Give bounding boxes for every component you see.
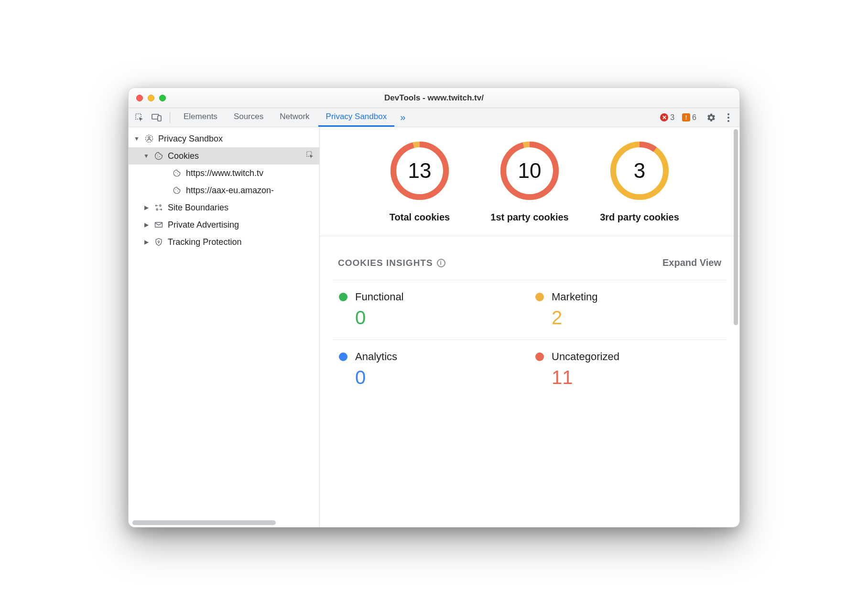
window-controls: [136, 95, 166, 101]
tree-item-cookie-origin[interactable]: https://aax-eu.amazon-: [129, 182, 319, 199]
svg-point-19: [158, 241, 159, 242]
devtools-window: DevTools - www.twitch.tv/ Elements Sourc…: [128, 88, 740, 527]
insight-cell-marketing[interactable]: Marketing 2: [530, 280, 726, 340]
svg-point-17: [156, 209, 158, 210]
device-toolbar-icon[interactable]: [150, 110, 164, 125]
horizontal-scrollbar[interactable]: [132, 520, 276, 525]
category-label: Marketing: [552, 291, 598, 303]
mail-icon: [153, 220, 164, 230]
tree-root-privacy-sandbox[interactable]: ▼ Privacy Sandbox: [129, 130, 319, 147]
ring-third-party: 3 3rd party cookies: [599, 140, 680, 224]
chevron-right-icon: ▶: [143, 204, 150, 211]
warning-count: 6: [692, 113, 696, 122]
ring-label: 1st party cookies: [489, 210, 570, 224]
more-tabs-button[interactable]: »: [395, 112, 410, 123]
error-count-badge[interactable]: ✕ 3: [660, 113, 674, 122]
chevron-right-icon: ▶: [143, 221, 150, 228]
tab-elements[interactable]: Elements: [176, 108, 225, 127]
panel-tabs: Elements Sources Network Privacy Sandbox…: [176, 108, 410, 127]
insight-cell-functional[interactable]: Functional 0: [333, 280, 530, 340]
inspect-icon[interactable]: [306, 151, 315, 162]
privacy-sandbox-icon: [144, 133, 154, 144]
tab-sources[interactable]: Sources: [226, 108, 271, 127]
insights-title: COOKIES INSIGHTS i: [338, 258, 445, 268]
tree-item-label: Tracking Protection: [168, 237, 319, 247]
svg-point-12: [175, 172, 176, 173]
info-icon[interactable]: i: [437, 259, 445, 267]
svg-point-9: [159, 156, 160, 157]
chevron-right-icon: ▶: [143, 239, 150, 245]
settings-gear-icon[interactable]: [704, 110, 718, 125]
boundaries-icon: [153, 202, 164, 213]
tree-item-label: Private Advertising: [168, 220, 319, 230]
svg-point-5: [727, 120, 729, 122]
category-value: 0: [355, 308, 524, 327]
ring-first-party: 10 1st party cookies: [489, 140, 570, 224]
svg-point-16: [160, 205, 161, 206]
cookie-icon: [172, 168, 182, 178]
expand-view-button[interactable]: Expand View: [662, 257, 721, 268]
tree-item-cookies[interactable]: ▼ Cookies: [129, 147, 319, 165]
shield-icon: [153, 237, 164, 247]
titlebar: DevTools - www.twitch.tv/: [129, 88, 739, 108]
tree-item-label: https://www.twitch.tv: [186, 168, 319, 178]
warning-icon: !: [682, 113, 690, 121]
error-count: 3: [670, 113, 674, 122]
minimize-window-button[interactable]: [148, 95, 154, 101]
svg-point-7: [148, 137, 150, 139]
category-dot: [535, 352, 544, 361]
tree-item-site-boundaries[interactable]: ▶ Site Boundaries: [129, 199, 319, 216]
category-value: 11: [552, 368, 720, 387]
svg-rect-2: [158, 116, 161, 121]
scrollbar-thumb[interactable]: [734, 129, 738, 325]
tree-item-tracking-protection[interactable]: ▶ Tracking Protection: [129, 233, 319, 251]
warning-count-badge[interactable]: ! 6: [682, 113, 696, 122]
category-value: 2: [552, 308, 720, 327]
svg-point-14: [175, 189, 176, 190]
tree-item-label: Cookies: [168, 151, 302, 161]
panel-body: ▼ Privacy Sandbox ▼ Cookies: [129, 127, 739, 527]
window-title: DevTools - www.twitch.tv/: [129, 93, 739, 103]
svg-point-4: [727, 117, 729, 119]
cookie-icon: [172, 185, 182, 196]
svg-point-15: [177, 191, 178, 192]
category-dot: [339, 293, 347, 301]
insights-header: COOKIES INSIGHTS i Expand View: [320, 236, 739, 280]
tab-privacy-sandbox[interactable]: Privacy Sandbox: [318, 108, 395, 127]
category-label: Functional: [355, 291, 404, 303]
sidebar: ▼ Privacy Sandbox ▼ Cookies: [129, 127, 320, 527]
chevron-down-icon: ▼: [133, 135, 140, 142]
tab-network[interactable]: Network: [272, 108, 317, 127]
cookie-summary-rings: 13 Total cookies 10 1st party cookies: [320, 127, 739, 236]
ring-label: Total cookies: [379, 210, 460, 224]
devtools-toolbar: Elements Sources Network Privacy Sandbox…: [129, 108, 739, 127]
insight-cell-analytics[interactable]: Analytics 0: [333, 340, 530, 399]
category-dot: [535, 293, 544, 301]
tree-item-cookie-origin[interactable]: https://www.twitch.tv: [129, 165, 319, 182]
kebab-menu-icon[interactable]: [721, 110, 736, 125]
tree-item-private-advertising[interactable]: ▶ Private Advertising: [129, 216, 319, 233]
category-label: Analytics: [355, 351, 397, 363]
svg-point-13: [177, 174, 178, 175]
insights-grid: Functional 0 Marketing 2 Analytics: [320, 280, 739, 399]
inspect-element-icon[interactable]: [132, 110, 147, 125]
tree-root-label: Privacy Sandbox: [158, 134, 319, 144]
toolbar-separator: [170, 112, 170, 123]
ring-total-cookies: 13 Total cookies: [379, 140, 460, 224]
zoom-window-button[interactable]: [159, 95, 166, 101]
chevron-down-icon: ▼: [143, 153, 150, 159]
error-icon: ✕: [660, 113, 668, 121]
category-label: Uncategorized: [552, 351, 619, 363]
ring-value: 10: [499, 140, 561, 202]
close-window-button[interactable]: [136, 95, 143, 101]
cookie-icon: [153, 151, 164, 161]
tree-item-label: https://aax-eu.amazon-: [186, 186, 319, 196]
vertical-scrollbar[interactable]: [732, 127, 739, 527]
ring-label: 3rd party cookies: [599, 210, 680, 224]
svg-point-10: [158, 157, 159, 158]
insight-cell-uncategorized[interactable]: Uncategorized 11: [530, 340, 726, 399]
main-panel: 13 Total cookies 10 1st party cookies: [320, 127, 739, 527]
category-dot: [339, 352, 347, 361]
category-value: 0: [355, 368, 524, 387]
svg-point-3: [727, 113, 729, 115]
